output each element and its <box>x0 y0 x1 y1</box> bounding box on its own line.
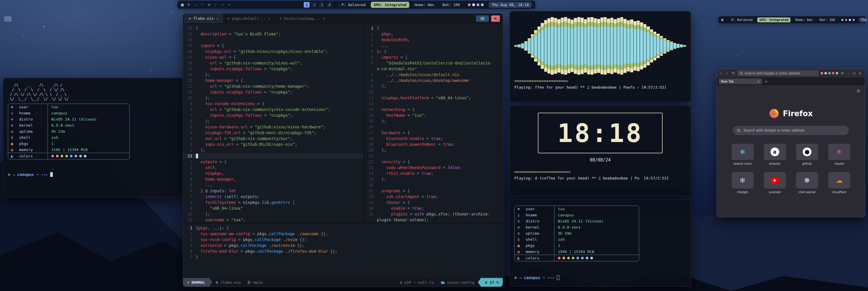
shortcut-tile-github[interactable]: github <box>793 144 821 165</box>
branch-segment: main <box>244 280 266 285</box>
extension-icon[interactable] <box>821 72 823 74</box>
code-line: 1{ <box>364 25 503 31</box>
status-pill-gpu[interactable]: GPU: Integrated <box>371 2 409 8</box>
terminal-fastfetch-left[interactable]: /\ __ /\ _/\ / / \ / \ / \ / \/ /\ / /\ … <box>3 78 183 198</box>
workspace-tag-icon[interactable]: ❄ <box>188 3 190 7</box>
nix-file-icon: ❄ <box>189 17 191 21</box>
tray-icon[interactable] <box>481 3 484 6</box>
editor-pane-left[interactable]: 22{21 description = "tux's NixOS Flake";… <box>183 24 364 223</box>
app-launcher-icon[interactable]: ▦ <box>181 2 184 7</box>
back-button[interactable]: ‹ <box>719 71 723 75</box>
code-text: }; <box>377 147 386 153</box>
status-pill-network[interactable]: Home: 6ms <box>793 18 815 22</box>
workspace-tag-icon[interactable]: ♪ <box>215 3 217 7</box>
workspace-tag-icon[interactable]: ✉ <box>221 3 223 7</box>
extension-icon[interactable] <box>828 72 831 74</box>
code-text: enable = true; <box>377 205 424 211</box>
code-line: 5} <box>183 254 503 260</box>
extension-icon[interactable] <box>836 72 838 74</box>
line-number: 11 <box>183 89 196 95</box>
fetch-row-uptime: ◷uptime4h 23m <box>8 128 129 135</box>
tab-new-tab[interactable]: New Tab × <box>719 79 762 84</box>
palette-dot <box>70 155 72 157</box>
editor-tab-flake.nix[interactable]: ❄flake.nix× <box>184 13 223 23</box>
window-maximize-button[interactable]: □ <box>852 71 855 75</box>
workspace-tag-icon[interactable]: ✎ <box>202 3 204 7</box>
url-bar[interactable]: Search with Google or enter address <box>738 70 819 76</box>
tray-icon[interactable] <box>468 3 470 6</box>
workspace-tag-icon[interactable]: ● <box>208 3 210 7</box>
code-text <box>196 153 198 159</box>
fetch-value: canopus <box>554 212 639 218</box>
workspace-1[interactable]: 1 <box>304 2 310 7</box>
workspace-tag-icon[interactable]: ⌂ <box>194 3 196 7</box>
fetch-row-uptime: ◷uptime3h 59m <box>515 230 639 236</box>
fetch-row-distro: ❄distroNixOS 24.11 (Vicuna) <box>515 218 639 224</box>
tab-close-icon[interactable]: × <box>268 17 270 21</box>
close-window-button[interactable]: × <box>491 16 500 22</box>
extension-icon[interactable] <box>832 72 834 74</box>
code-line: 7 inputs.nixpkgs.follows = "nixpkgs"; <box>183 112 364 118</box>
shortcut-tile-search.nixos[interactable]: ❄search.nixos <box>728 144 756 165</box>
shortcut-tile-cloudflare[interactable]: ☁cloudflare <box>825 172 853 194</box>
editor-tab-pkgs/default...[interactable]: ❄pkgs/default...× <box>223 13 275 23</box>
window-minimize-button[interactable]: – <box>848 71 849 75</box>
music-visualizer-window[interactable]: =====================> Playing: ffee for… <box>509 11 691 102</box>
shortcut-tile-amazon[interactable]: aamazon <box>761 144 789 165</box>
line-number: 1 <box>364 31 377 37</box>
workspace-tag-icon[interactable]: ⚙ <box>228 3 230 7</box>
forward-button[interactable]: › <box>725 71 729 75</box>
preview-toggle-button[interactable] <box>476 16 489 22</box>
visualizer-bar <box>528 38 531 53</box>
new-tab-button[interactable]: + <box>765 79 768 84</box>
shortcut-tile-box: ✻ <box>796 172 818 188</box>
newtab-search-input[interactable]: Search with Google or enter address <box>733 126 849 135</box>
tray-icon[interactable] <box>472 3 475 6</box>
status-pill-battery[interactable]: Bat: 100 <box>817 18 837 22</box>
status-pill-network[interactable]: Home: 8ms <box>412 2 437 8</box>
terminal-fastfetch-right[interactable]: ☻usertux⌂hnamecanopus❄distroNixOS 24.11 … <box>509 200 691 287</box>
editor-tab-hosts/isoImag...[interactable]: ❄hosts/isoImag...× <box>275 13 330 23</box>
line-number: 6 <box>183 118 196 124</box>
reload-button[interactable]: ↻ <box>731 71 736 75</box>
code-line: 20 }; <box>364 147 503 153</box>
window-close-button[interactable]: × <box>859 71 861 75</box>
tray-icon[interactable] <box>852 19 855 21</box>
clock-date: 08/08/24 <box>514 157 686 163</box>
editor-pane-right[interactable]: 1{1 pkgs,2 modulesPath,3 ...4}: {5 impor… <box>364 24 503 223</box>
editor-pane-bottom[interactable]: 1{pkgs, ...}: {1 tux-awesome-wm-config =… <box>183 223 503 262</box>
tab-close-icon[interactable]: × <box>757 80 760 83</box>
workspace-4[interactable]: 4 <box>327 2 332 7</box>
line-number: 1 <box>183 231 196 237</box>
extension-icon[interactable] <box>825 72 827 74</box>
code-text: }; <box>377 118 386 124</box>
clock-widget-window[interactable]: 18:18 08/08/24 ======================> P… <box>509 106 691 196</box>
tab-close-icon[interactable]: × <box>322 17 324 21</box>
distro-icon: ❄ <box>514 275 517 280</box>
code-text: ssh.startAgent = true; <box>377 194 438 200</box>
code-line: 21 <box>364 153 503 159</box>
tray-icon[interactable] <box>845 19 847 21</box>
workspace-3[interactable]: 3 <box>319 2 324 7</box>
personalize-gear-icon[interactable]: ⚙ <box>857 89 860 93</box>
status-pill-power[interactable]: P: Balanced <box>729 18 755 22</box>
tab-close-icon[interactable]: × <box>216 17 218 21</box>
bar-clock[interactable]: Thu Aug 08, 18:18 <box>489 2 532 8</box>
menu-icon[interactable]: ≡ <box>841 71 844 75</box>
hname-icon: ⌂ <box>518 213 526 217</box>
shortcut-tile-chatgpt[interactable]: ✻chatgpt <box>728 172 756 194</box>
shortcut-tile-claude[interactable]: ✳claude <box>825 144 853 165</box>
status-pill-battery[interactable]: Bat: 100 <box>439 2 463 8</box>
shortcut-tile-youtube[interactable]: youtube <box>761 172 789 194</box>
status-pill-power[interactable]: P: Balanced <box>339 2 368 8</box>
shortcut-tile-chat.openai[interactable]: ✻chat.openai <box>793 172 821 194</box>
tray-icon[interactable] <box>477 3 479 6</box>
bar-clock[interactable]: Thu Aug 08, 18:18 <box>859 18 868 22</box>
project-name: nixos-config <box>447 280 474 285</box>
code-line: 20 <box>183 37 364 43</box>
app-launcher-icon[interactable]: ▦ <box>721 18 723 22</box>
tray-icon[interactable] <box>841 19 843 21</box>
workspace-2[interactable]: 2 <box>311 2 317 7</box>
tray-icon[interactable] <box>849 19 851 21</box>
status-pill-gpu[interactable]: GPU: Integrated <box>757 18 790 22</box>
